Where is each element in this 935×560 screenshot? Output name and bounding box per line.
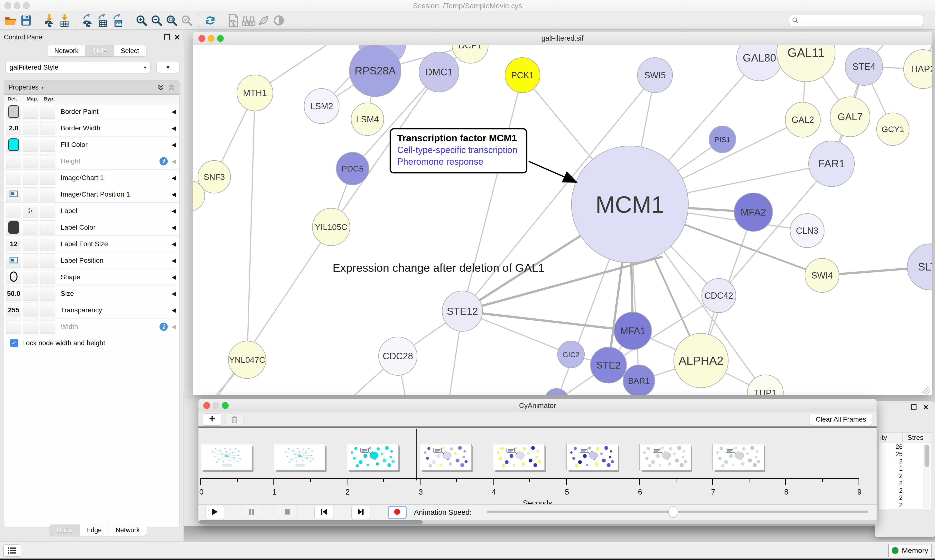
scrollbar-thumb[interactable]: [199, 520, 423, 524]
export-table-button[interactable]: [96, 13, 111, 28]
default-value[interactable]: 2.0: [9, 124, 19, 132]
property-row-size[interactable]: 50.0 Size ◀: [4, 285, 179, 302]
bypass-cell[interactable]: [40, 105, 55, 119]
table-row[interactable]: 2: [879, 494, 922, 502]
stop-button[interactable]: [278, 506, 297, 519]
mapping-cell[interactable]: [23, 254, 38, 268]
table-row[interactable]: 2: [879, 480, 922, 487]
timeline-scrollbar[interactable]: [199, 520, 876, 524]
bypass-cell[interactable]: [40, 220, 55, 234]
mapping-cell[interactable]: [23, 187, 38, 202]
skip-start-button[interactable]: [314, 506, 333, 519]
property-row-height[interactable]: Height i ◀: [4, 153, 179, 169]
property-row-border-width[interactable]: 2.0 Border Width ◀: [4, 120, 179, 137]
tab-select[interactable]: Select: [114, 45, 146, 57]
mapping-cell[interactable]: [23, 303, 38, 317]
color-swatch[interactable]: [8, 105, 19, 118]
bypass-cell[interactable]: [40, 286, 55, 301]
node-table[interactable]: ity Stres 26252122222: [878, 432, 931, 509]
default-cell[interactable]: 12: [6, 237, 21, 251]
search-input[interactable]: [799, 17, 916, 25]
frame-thumbnail[interactable]: [566, 444, 618, 470]
property-row-label-font-size[interactable]: 12 Label Font Size ◀: [4, 236, 179, 252]
column-header[interactable]: ity: [880, 434, 887, 442]
mapping-cell[interactable]: [23, 286, 38, 301]
position-icon[interactable]: [9, 191, 18, 198]
default-cell[interactable]: [6, 204, 21, 218]
default-cell[interactable]: [6, 254, 21, 268]
default-cell[interactable]: [6, 187, 21, 202]
property-row-image-chart-position-1[interactable]: Image/Chart Position 1 ◀: [4, 186, 179, 203]
mapping-cell[interactable]: [23, 154, 38, 168]
default-value[interactable]: 50.0: [7, 290, 20, 297]
scrollbar-thumb[interactable]: [924, 445, 929, 467]
cyanimator-titlebar[interactable]: CyAnimator: [199, 399, 876, 412]
table-row[interactable]: 2: [879, 502, 922, 509]
expand-arrow-icon[interactable]: ◀: [172, 158, 176, 165]
table-row[interactable]: 2: [879, 472, 922, 480]
expand-all-icon[interactable]: [157, 83, 164, 92]
table-row[interactable]: 2: [879, 487, 922, 494]
properties-header[interactable]: Properties ▾: [4, 80, 179, 95]
expand-arrow-icon[interactable]: ◀: [172, 174, 176, 181]
expand-arrow-icon[interactable]: ◀: [172, 191, 176, 198]
close-panel-icon[interactable]: ✕: [174, 33, 180, 42]
expand-arrow-icon[interactable]: ◀: [172, 323, 176, 330]
import-network-button[interactable]: [42, 13, 57, 28]
tab-edge[interactable]: Edge: [80, 525, 109, 536]
play-button[interactable]: [205, 506, 224, 519]
mapping-cell[interactable]: [23, 270, 38, 284]
table-row[interactable]: 25: [879, 450, 922, 458]
style-options-button[interactable]: ▼: [156, 62, 180, 73]
mapping-icon[interactable]: ⁞›: [28, 207, 33, 215]
export-network-button[interactable]: [80, 13, 96, 28]
zoom-selected-button[interactable]: [179, 13, 194, 28]
binoculars-button[interactable]: [241, 13, 256, 28]
float-panel-icon[interactable]: [164, 34, 170, 40]
expand-arrow-icon[interactable]: ◀: [172, 224, 176, 231]
refresh-button[interactable]: [202, 13, 218, 28]
record-button[interactable]: [388, 506, 407, 519]
network-document-button[interactable]: [226, 13, 241, 28]
expand-arrow-icon[interactable]: ◀: [172, 208, 176, 214]
zoom-fit-button[interactable]: [164, 13, 179, 28]
default-cell[interactable]: 2.0: [6, 121, 21, 135]
default-cell[interactable]: [6, 171, 21, 185]
annotation-box[interactable]: Transcription factor MCM1 Cell-type-spec…: [390, 128, 528, 174]
frame-thumbnail[interactable]: [274, 444, 325, 470]
checkbox-checked-icon[interactable]: ✓: [10, 339, 18, 347]
bypass-cell[interactable]: [40, 138, 55, 152]
property-row-label-position[interactable]: Label Position ◀: [4, 252, 179, 269]
bypass-cell[interactable]: [40, 270, 55, 284]
mapping-cell[interactable]: [23, 138, 38, 152]
mapping-cell[interactable]: ⁞›: [23, 204, 38, 218]
show-panels-button[interactable]: [3, 545, 21, 557]
color-swatch[interactable]: [8, 138, 19, 151]
zoom-in-button[interactable]: [134, 13, 149, 28]
default-value[interactable]: 255: [8, 306, 20, 314]
default-value[interactable]: 12: [10, 240, 17, 248]
zoom-out-button[interactable]: [149, 13, 164, 28]
expand-arrow-icon[interactable]: ◀: [172, 257, 176, 264]
tab-style[interactable]: Style: [85, 45, 114, 57]
expand-arrow-icon[interactable]: ◀: [172, 108, 176, 115]
property-row-image-chart-1[interactable]: Image/Chart 1 ◀: [4, 169, 179, 186]
table-scrollbar[interactable]: [924, 444, 930, 508]
tab-network[interactable]: Network: [109, 525, 147, 536]
annotation-link[interactable]: Cell-type-specific transcription: [397, 145, 520, 155]
table-row[interactable]: 2: [879, 458, 922, 465]
expand-arrow-icon[interactable]: ◀: [172, 241, 176, 248]
default-cell[interactable]: 255: [6, 303, 21, 317]
speed-slider-knob[interactable]: [668, 506, 678, 517]
export-image-button[interactable]: [111, 13, 126, 28]
column-divider[interactable]: [902, 433, 903, 443]
expand-arrow-icon[interactable]: ◀: [172, 307, 176, 314]
default-cell[interactable]: [6, 220, 21, 234]
playhead[interactable]: [416, 429, 417, 480]
clear-all-frames-button[interactable]: Clear All Frames: [810, 414, 872, 425]
bypass-cell[interactable]: [40, 171, 55, 185]
search-field[interactable]: [789, 15, 923, 26]
network-node-NODE_B[interactable]: [545, 389, 569, 395]
style-selector[interactable]: galFiltered Style ▾: [5, 62, 150, 73]
table-row[interactable]: 1: [879, 465, 922, 472]
